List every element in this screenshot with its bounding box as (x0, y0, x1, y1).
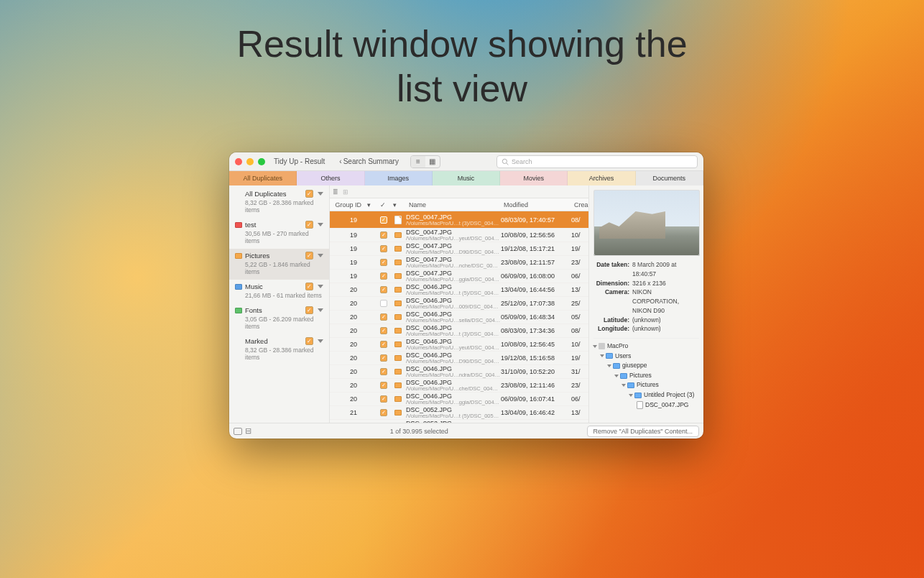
tree-node[interactable]: giuseppe (593, 361, 699, 371)
save-icon[interactable] (234, 428, 242, 435)
col-modified[interactable]: Modified (501, 201, 571, 208)
checkbox-icon[interactable]: ✓ (305, 306, 313, 314)
checkbox-icon[interactable]: ✓ (305, 252, 313, 260)
cell-name: DSC_0052.JPG/Volumes/MacPro/U…t (5)/DSC_… (406, 406, 501, 419)
row-checkbox[interactable]: ✓ (380, 341, 387, 348)
chevron-left-icon: ‹ (339, 157, 341, 165)
collapse-icon[interactable]: ⊟ (245, 426, 251, 436)
tab-all-duplicates[interactable]: All Duplicates (229, 171, 297, 185)
list-icon[interactable]: ≣ (333, 188, 338, 196)
row-checkbox[interactable]: ✓ (380, 382, 387, 389)
search-input[interactable]: Search (496, 155, 698, 168)
cell-modified: 23/08/09, 12:11:46 (501, 382, 571, 389)
row-checkbox[interactable]: ✓ (380, 245, 387, 252)
folder-icon (394, 369, 402, 375)
dropdown-icon[interactable] (318, 308, 323, 312)
sidebar-item[interactable]: Pictures✓5,22 GB - 1.846 marked items (229, 249, 329, 280)
tab-music[interactable]: Music (433, 171, 500, 185)
dropdown-icon[interactable] (318, 223, 323, 226)
tree-node-label: Pictures (637, 380, 659, 390)
table-row[interactable]: 20DSC_0046.JPG/Volumes/MacPro/U…009/DSC_… (330, 297, 588, 311)
checkbox-icon[interactable]: ✓ (305, 337, 313, 345)
sidebar-item[interactable]: Music✓21,66 MB - 61 marked items (229, 280, 329, 303)
row-checkbox[interactable]: ✓ (380, 395, 387, 403)
table-row[interactable]: 20✓DSC_0046.JPG/Volumes/MacPro/U…sella/D… (330, 311, 588, 324)
dropdown-icon[interactable] (318, 192, 323, 196)
inspector-panel: Date taken:8 March 2009 at 18:40:57 Dime… (588, 185, 703, 423)
row-checkbox[interactable]: ✓ (380, 354, 387, 362)
table-row[interactable]: 20✓DSC_0046.JPG/Volumes/MacPro/U…che/DSC… (330, 379, 588, 393)
tree-node[interactable]: MacPro (593, 341, 699, 352)
checkbox-icon[interactable]: ✓ (305, 190, 313, 198)
view-mode-segment[interactable]: ≡ ▦ (410, 155, 440, 168)
row-checkbox[interactable]: ✓ (380, 327, 387, 334)
cell-created: 19/ (571, 245, 588, 252)
cell-modified: 13/04/09, 16:44:56 (501, 286, 571, 293)
table-row[interactable]: 19✓DSC_0047.JPG/Volumes/MacPro/U…nche/DS… (330, 256, 588, 270)
table-row[interactable]: 19✓DSC_0047.JPG/Volumes/MacPro/U…yeut/DS… (330, 229, 588, 242)
sidebar-item[interactable]: Marked✓8,32 GB - 28.386 marked items (229, 334, 329, 365)
tab-others[interactable]: Others (297, 171, 364, 185)
tab-images[interactable]: Images (365, 171, 433, 185)
col-group-id[interactable]: Group ID (330, 201, 364, 208)
dropdown-icon[interactable] (318, 285, 323, 288)
tab-archives[interactable]: Archives (568, 171, 635, 185)
tree-node[interactable]: Untitled Project (3) (593, 390, 699, 400)
col-expand[interactable]: ▾ (364, 201, 377, 208)
remove-content-button[interactable]: Remove "All Duplicates" Content... (587, 426, 699, 437)
list-view-icon[interactable]: ≡ (411, 156, 425, 168)
tab-documents[interactable]: Documents (636, 171, 703, 185)
folder-icon (394, 396, 402, 402)
sidebar-item[interactable]: Fonts✓3,05 GB - 26.209 marked items (229, 303, 329, 334)
row-checkbox[interactable]: ✓ (380, 286, 387, 293)
row-checkbox[interactable]: ✓ (380, 231, 387, 239)
dropdown-icon[interactable] (318, 254, 323, 257)
tab-movies[interactable]: Movies (500, 171, 568, 185)
checkbox-icon[interactable]: ✓ (305, 283, 313, 290)
row-checkbox[interactable]: ✓ (380, 216, 387, 224)
cell-name: DSC_0046.JPG/Volumes/MacPro/U…che/DSC_00… (406, 379, 501, 392)
col-name[interactable]: Name (406, 201, 501, 208)
row-checkbox[interactable]: ✓ (380, 272, 387, 280)
titlebar: Tidy Up - Result ‹ Search Summary ≡ ▦ Se… (229, 152, 703, 171)
cell-modified: 31/10/09, 10:52:20 (501, 368, 571, 375)
sidebar-item[interactable]: test✓30,56 MB - 270 marked items (229, 218, 329, 249)
app-window: Tidy Up - Result ‹ Search Summary ≡ ▦ Se… (229, 152, 703, 439)
dropdown-icon[interactable] (318, 339, 323, 343)
table-row[interactable]: 21✓DSC_0052.JPG/Volumes/MacPro/U…t (5)/D… (330, 406, 588, 420)
cell-group-id: 20 (330, 368, 364, 375)
cell-created: 13/ (571, 409, 588, 416)
table-row[interactable]: 20✓DSC_0046.JPG/Volumes/MacPro/U…t (5)/D… (330, 283, 588, 297)
row-checkbox[interactable]: ✓ (380, 409, 387, 416)
tree-node[interactable]: DSC_0047.JPG (593, 400, 699, 410)
cell-group-id: 20 (330, 327, 364, 334)
row-checkbox[interactable]: ✓ (380, 313, 387, 321)
table-row[interactable]: 20✓DSC_0046.JPG/Volumes/MacPro/U…ggia/DS… (330, 393, 588, 406)
maximize-button[interactable] (258, 158, 265, 165)
close-button[interactable] (235, 158, 242, 165)
sidebar-item[interactable]: All Duplicates✓8,32 GB - 28.386 marked i… (229, 187, 329, 218)
sidebar-item-sub: 8,32 GB - 28.386 marked items (245, 347, 323, 361)
tree-node[interactable]: Pictures (593, 380, 699, 390)
col-created[interactable]: Crea (571, 201, 588, 208)
row-checkbox[interactable] (380, 300, 387, 307)
row-checkbox[interactable]: ✓ (380, 368, 387, 375)
back-to-summary-button[interactable]: ‹ Search Summary (335, 156, 403, 167)
chevron-down-icon (600, 354, 604, 357)
table-row[interactable]: 20✓DSC_0046.JPG/Volumes/MacPro/U…D90/DSC… (330, 352, 588, 365)
row-checkbox[interactable]: ✓ (380, 259, 387, 266)
table-row[interactable]: 19✓DSC_0047.JPG/Volumes/MacPro/U…D90/DSC… (330, 242, 588, 256)
tree-node[interactable]: Users (593, 352, 699, 362)
table-row[interactable]: 20✓DSC_0046.JPG/Volumes/MacPro/U…yeut/DS… (330, 338, 588, 352)
col-check[interactable]: ✓ (377, 201, 390, 208)
col-folder[interactable]: ▾ (390, 201, 406, 208)
checkbox-icon[interactable]: ✓ (305, 221, 313, 229)
table-row[interactable]: 20✓DSC_0046.JPG/Volumes/MacPro/U…t (3)/D… (330, 324, 588, 338)
tree-node[interactable]: Pictures (593, 371, 699, 381)
grid-view-icon[interactable]: ▦ (425, 156, 440, 168)
table-row[interactable]: 19✓DSC_0047.JPG/Volumes/MacPro/U…ggia/DS… (330, 270, 588, 283)
grid-icon[interactable]: ⊞ (343, 188, 348, 196)
minimize-button[interactable] (246, 158, 254, 165)
table-row[interactable]: 20✓DSC_0046.JPG/Volumes/MacPro/U…ndra/DS… (330, 365, 588, 379)
table-row[interactable]: 19✓DSC_0047.JPG/Volumes/MacPro/U…t (3)/D… (330, 211, 588, 229)
